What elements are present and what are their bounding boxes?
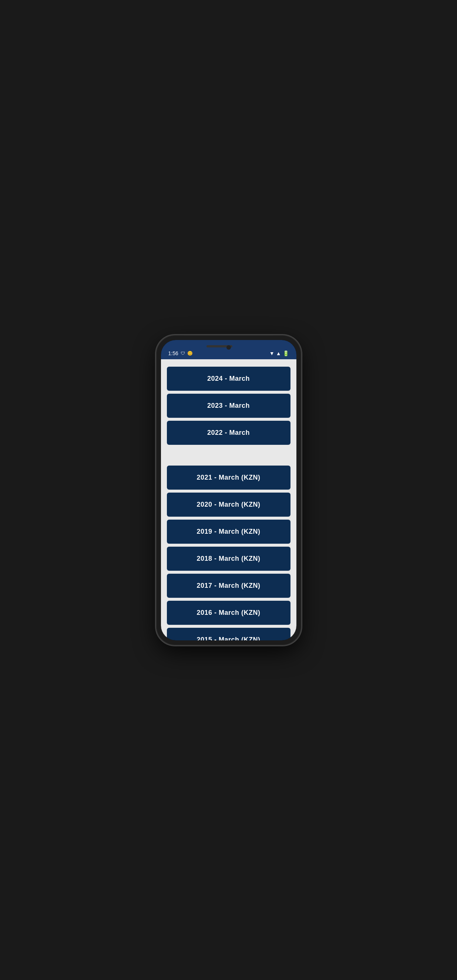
list-item-2024-march[interactable]: 2024 - March <box>167 367 290 391</box>
list-item-2016-march-kzn[interactable]: 2016 - March (KZN) <box>167 601 290 625</box>
list-container: 2024 - March 2023 - March 2022 - March 2… <box>161 359 297 640</box>
status-bar: 1:56 🛡 😊 ▼ ▲ 🔋 <box>161 340 297 359</box>
battery-icon: 🔋 <box>283 350 289 356</box>
list-item-2021-march-kzn[interactable]: 2021 - March (KZN) <box>167 466 290 490</box>
list-item-2018-march-kzn[interactable]: 2018 - March (KZN) <box>167 547 290 571</box>
wifi-icon: ▼ <box>270 350 275 356</box>
phone-inner: 1:56 🛡 😊 ▼ ▲ 🔋 2024 - March 2023 - March <box>161 340 297 640</box>
list-item-2017-march-kzn[interactable]: 2017 - March (KZN) <box>167 574 290 598</box>
list-item-2022-march[interactable]: 2022 - March <box>167 421 290 445</box>
status-right: ▼ ▲ 🔋 <box>270 350 289 356</box>
status-left: 1:56 🛡 😊 <box>168 350 193 356</box>
front-camera <box>227 345 231 350</box>
phone-frame: 1:56 🛡 😊 ▼ ▲ 🔋 2024 - March 2023 - March <box>157 336 301 645</box>
list-item-2019-march-kzn[interactable]: 2019 - March (KZN) <box>167 520 290 544</box>
list-spacer <box>167 448 290 463</box>
screen-content: 2024 - March 2023 - March 2022 - March 2… <box>161 359 297 640</box>
face-icon: 😊 <box>187 351 193 356</box>
signal-icon: ▲ <box>276 350 281 356</box>
list-item-2015-march-kzn[interactable]: 2015 - March (KZN) <box>167 628 290 640</box>
list-item-2023-march[interactable]: 2023 - March <box>167 394 290 418</box>
list-item-2020-march-kzn[interactable]: 2020 - March (KZN) <box>167 493 290 517</box>
shield-icon: 🛡 <box>181 351 185 356</box>
status-time: 1:56 <box>168 350 178 356</box>
